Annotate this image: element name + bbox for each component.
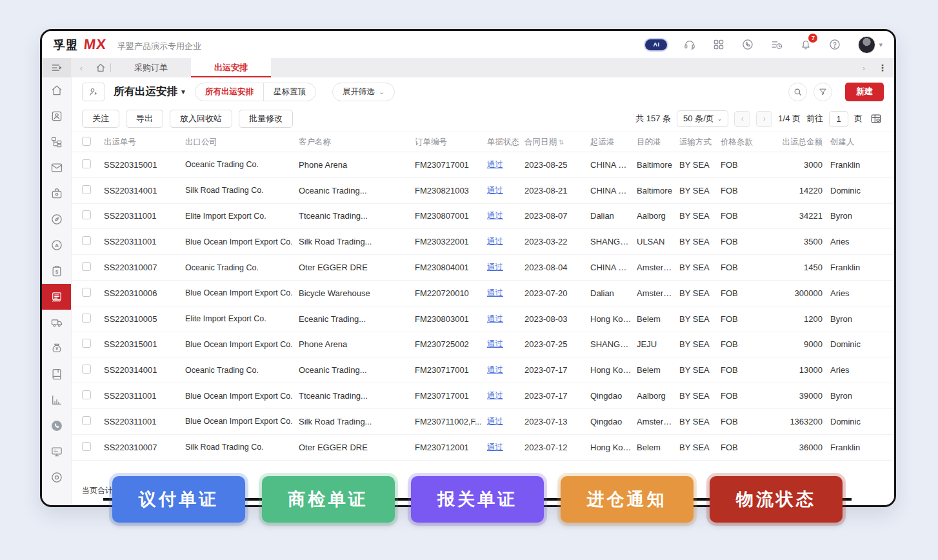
row-checkbox[interactable] bbox=[82, 314, 104, 325]
row-checkbox[interactable] bbox=[82, 416, 104, 427]
table-row[interactable]: SS220314001Silk Road Trading Co.Oceanic … bbox=[72, 178, 894, 204]
view-selector[interactable]: 所有出运安排 ▼ bbox=[114, 85, 186, 99]
checkbox[interactable] bbox=[82, 159, 91, 168]
home-icon[interactable] bbox=[91, 58, 110, 77]
table-row[interactable]: SS220311001Blue Ocean Import Export Co.S… bbox=[72, 229, 894, 255]
row-checkbox[interactable] bbox=[82, 442, 104, 453]
status-link[interactable]: 通过 bbox=[487, 186, 503, 195]
sidebar-item-money-bag-icon[interactable]: ¥ bbox=[42, 335, 71, 361]
status-link[interactable]: 通过 bbox=[487, 443, 503, 452]
expand-filter-button[interactable]: 展开筛选 ⌄ bbox=[332, 83, 395, 101]
table-row[interactable]: SS220311001Blue Ocean Import Export Co.S… bbox=[72, 409, 894, 435]
checkbox[interactable] bbox=[82, 288, 91, 297]
sidebar-item-settings-icon[interactable] bbox=[42, 465, 71, 490]
search-icon[interactable] bbox=[788, 83, 807, 101]
sidebar-item-truck-icon[interactable] bbox=[42, 310, 71, 335]
sidebar-item-mail-icon[interactable] bbox=[42, 155, 71, 181]
table-row[interactable]: SS220311001Blue Ocean Import Export Co.T… bbox=[72, 383, 894, 409]
checkbox[interactable] bbox=[82, 339, 91, 348]
goto-page-input[interactable]: 1 bbox=[829, 111, 848, 127]
table-row[interactable]: SS220311001Elite Import Export Co.Ttcean… bbox=[72, 204, 894, 230]
next-page-button[interactable]: › bbox=[756, 111, 772, 127]
workflow-button-进仓通知[interactable]: 进仓通知 bbox=[561, 476, 694, 523]
help-icon[interactable] bbox=[828, 38, 841, 51]
checkbox[interactable] bbox=[82, 442, 91, 451]
prev-page-button[interactable]: ‹ bbox=[734, 111, 750, 127]
table-row[interactable]: SS220315001Blue Ocean Import Export Co.P… bbox=[72, 332, 894, 358]
sidebar-item-target-a-icon[interactable]: A bbox=[42, 232, 71, 258]
sidebar-item-org-chart-icon[interactable] bbox=[42, 129, 71, 155]
toolbar-button-批量修改[interactable]: 批量修改 bbox=[239, 110, 293, 128]
tab-back-icon[interactable]: ‹ bbox=[72, 58, 91, 77]
user-avatar[interactable]: ▾ bbox=[858, 36, 883, 54]
status-link[interactable]: 通过 bbox=[487, 160, 503, 169]
status-link[interactable]: 通过 bbox=[487, 314, 503, 323]
row-checkbox[interactable] bbox=[82, 339, 104, 350]
status-link[interactable]: 通过 bbox=[487, 263, 503, 272]
toolbar-button-导出[interactable]: 导出 bbox=[126, 110, 163, 128]
table-row[interactable]: SS220310007Oceanic Trading Co.Oter EGGER… bbox=[72, 255, 894, 281]
owner-filter-button[interactable] bbox=[82, 83, 105, 101]
sidebar-item-home-icon[interactable] bbox=[42, 77, 71, 103]
create-button[interactable]: 新建 bbox=[845, 83, 884, 101]
sidebar-item-monitor-icon[interactable] bbox=[42, 439, 71, 465]
status-link[interactable]: 通过 bbox=[487, 417, 503, 426]
row-checkbox[interactable] bbox=[82, 288, 104, 299]
tab-采购订单[interactable]: 采购订单 bbox=[111, 58, 191, 77]
workflow-button-报关单证[interactable]: 报关单证 bbox=[411, 476, 544, 523]
toolbar-button-放入回收站[interactable]: 放入回收站 bbox=[170, 110, 232, 128]
sidebar-item-orders-bag-icon[interactable] bbox=[42, 181, 71, 206]
column-settings-icon[interactable] bbox=[868, 111, 884, 126]
workflow-button-议付单证[interactable]: 议付单证 bbox=[112, 476, 245, 523]
checkbox[interactable] bbox=[82, 365, 91, 374]
segment-所有出运安排[interactable]: 所有出运安排 bbox=[195, 83, 263, 101]
tab-forward-icon[interactable]: › bbox=[854, 63, 873, 73]
table-row[interactable]: SS220310005Elite Import Export Co.Eceani… bbox=[72, 306, 894, 332]
row-checkbox[interactable] bbox=[82, 210, 104, 221]
row-checkbox[interactable] bbox=[82, 236, 104, 247]
checkbox[interactable] bbox=[82, 185, 91, 194]
checkbox[interactable] bbox=[82, 314, 91, 323]
table-row[interactable]: SS220315001Oceanic Trading Co.Phone Aren… bbox=[72, 152, 894, 178]
task-list-icon[interactable] bbox=[770, 38, 783, 51]
workflow-button-商检单证[interactable]: 商检单证 bbox=[262, 476, 395, 523]
table-row[interactable]: SS220314001Oceanic Trading Co.Oceanic Tr… bbox=[72, 357, 894, 383]
checkbox[interactable] bbox=[82, 262, 91, 271]
row-checkbox[interactable] bbox=[82, 185, 104, 196]
headset-support-icon[interactable] bbox=[683, 38, 696, 51]
sidebar-item-shipping-doc-icon[interactable] bbox=[42, 284, 71, 310]
status-link[interactable]: 通过 bbox=[487, 211, 503, 220]
page-size-select[interactable]: 50 条/页 ⌄ bbox=[677, 110, 728, 127]
bell-icon[interactable]: 7 bbox=[799, 38, 812, 51]
whatsapp-icon[interactable] bbox=[741, 38, 754, 51]
sidebar-item-ledger-icon[interactable] bbox=[42, 361, 71, 387]
status-link[interactable]: 通过 bbox=[487, 339, 503, 348]
sort-icon[interactable]: ⇅ bbox=[559, 139, 564, 146]
row-checkbox[interactable] bbox=[82, 390, 104, 401]
apps-grid-icon[interactable] bbox=[712, 38, 725, 51]
sidebar-item-whatsapp-icon[interactable] bbox=[42, 413, 71, 439]
toolbar-button-关注[interactable]: 关注 bbox=[82, 110, 119, 128]
status-link[interactable]: 通过 bbox=[487, 237, 503, 246]
checkbox[interactable] bbox=[82, 210, 91, 219]
segment-星标置顶[interactable]: 星标置顶 bbox=[263, 83, 315, 101]
sidebar-collapse-icon[interactable] bbox=[42, 58, 71, 77]
tab-出运安排[interactable]: 出运安排 bbox=[191, 58, 271, 77]
status-link[interactable]: 通过 bbox=[487, 288, 503, 297]
sidebar-item-bar-chart-icon[interactable] bbox=[42, 387, 71, 413]
sidebar-item-contacts-icon[interactable] bbox=[42, 103, 71, 129]
status-link[interactable]: 通过 bbox=[487, 365, 503, 374]
sidebar-item-compass-icon[interactable] bbox=[42, 206, 71, 232]
tab-menu-icon[interactable]: ⋮ bbox=[876, 63, 889, 73]
checkbox[interactable] bbox=[82, 236, 91, 245]
checkbox[interactable] bbox=[82, 137, 91, 146]
checkbox[interactable] bbox=[82, 390, 91, 399]
row-checkbox[interactable] bbox=[82, 159, 104, 170]
sidebar-item-finance-clipboard-icon[interactable]: $ bbox=[42, 258, 71, 284]
status-link[interactable]: 通过 bbox=[487, 391, 503, 400]
checkbox[interactable] bbox=[82, 416, 91, 425]
filter-funnel-icon[interactable] bbox=[813, 83, 832, 101]
workflow-button-物流状态[interactable]: 物流状态 bbox=[710, 476, 843, 523]
ai-assistant-icon[interactable]: AI bbox=[645, 39, 667, 50]
table-row[interactable]: SS220310007Silk Road Trading Co.Oter EGG… bbox=[72, 435, 894, 461]
